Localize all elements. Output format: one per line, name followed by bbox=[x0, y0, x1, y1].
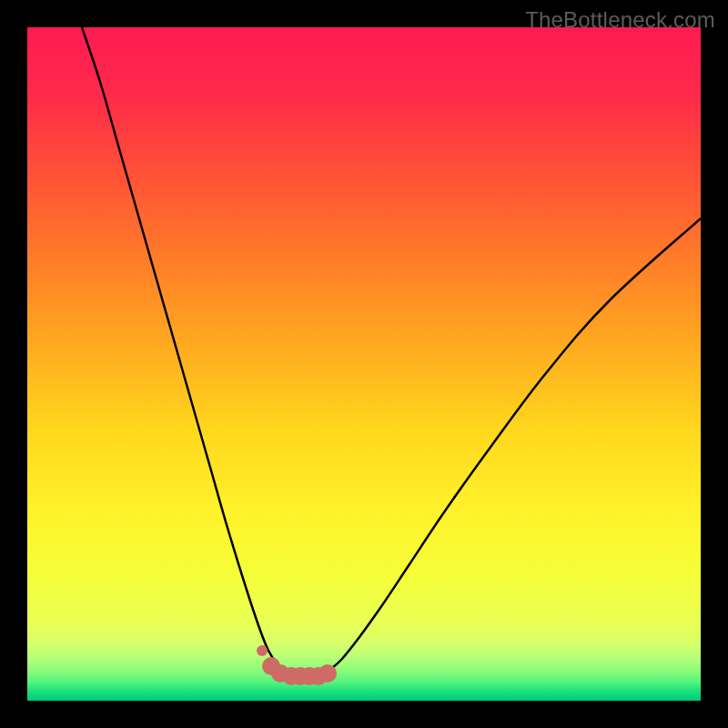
valley-dot bbox=[318, 664, 337, 682]
left-curve bbox=[82, 27, 287, 672]
right-curve bbox=[328, 218, 701, 672]
chart-curves bbox=[27, 27, 701, 701]
watermark-text: TheBottleneck.com bbox=[525, 7, 715, 33]
chart-frame bbox=[27, 27, 701, 701]
valley-dot bbox=[257, 645, 268, 656]
